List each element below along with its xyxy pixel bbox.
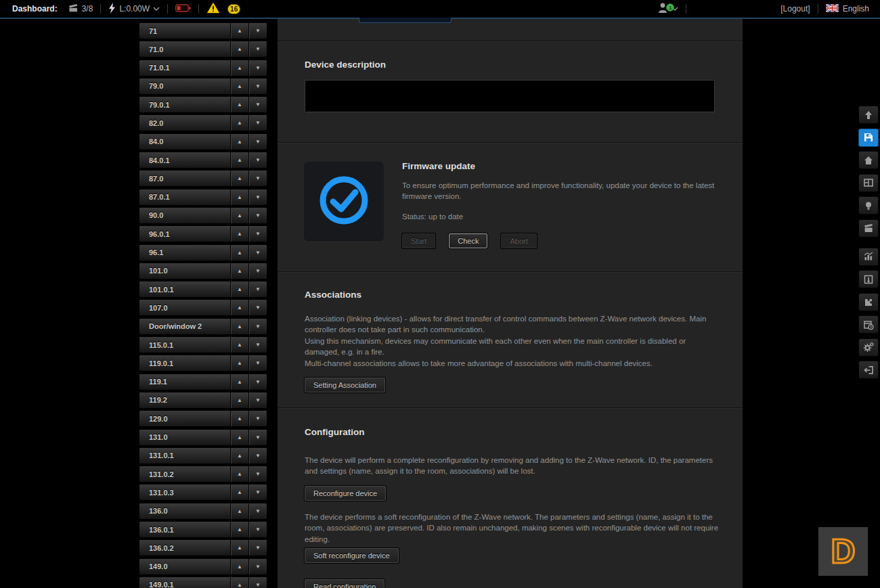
move-down-button[interactable]: ▼: [248, 23, 267, 39]
move-up-button[interactable]: ▲: [230, 41, 248, 57]
move-up-button[interactable]: ▲: [230, 559, 248, 574]
alerts-status[interactable]: 16: [206, 2, 240, 16]
device-list-item[interactable]: 131.0▲▼: [139, 429, 267, 446]
language-selector[interactable]: English: [826, 4, 869, 14]
move-up-button[interactable]: ▲: [230, 374, 248, 390]
move-down-button[interactable]: ▼: [248, 41, 267, 57]
move-up-button[interactable]: ▲: [230, 540, 248, 556]
device-list-item[interactable]: 79.0▲▼: [139, 78, 267, 95]
move-down-button[interactable]: ▼: [248, 540, 267, 556]
move-up-button[interactable]: ▲: [230, 577, 248, 588]
move-up-button[interactable]: ▲: [230, 503, 248, 519]
device-list-item[interactable]: 71.0▲▼: [139, 41, 267, 58]
toolbar-scroll-top-button[interactable]: [858, 106, 879, 124]
toolbar-save-button[interactable]: [858, 129, 879, 147]
move-up-button[interactable]: ▲: [230, 78, 248, 94]
device-list-item[interactable]: 107.0▲▼: [139, 299, 267, 316]
move-up-button[interactable]: ▲: [230, 115, 248, 131]
move-down-button[interactable]: ▼: [248, 374, 267, 390]
move-up-button[interactable]: ▲: [230, 134, 248, 150]
device-list-item[interactable]: 87.0▲▼: [139, 170, 267, 187]
move-up-button[interactable]: ▲: [230, 337, 248, 353]
device-list-item[interactable]: 82.0▲▼: [139, 114, 267, 131]
move-up-button[interactable]: ▲: [230, 171, 248, 186]
toolbar-plugins-button[interactable]: [858, 293, 879, 311]
move-up-button[interactable]: ▲: [230, 484, 248, 500]
move-down-button[interactable]: ▼: [248, 522, 267, 537]
move-up-button[interactable]: ▲: [230, 430, 248, 445]
move-up-button[interactable]: ▲: [230, 97, 248, 112]
move-down-button[interactable]: ▼: [248, 337, 267, 353]
device-list-item[interactable]: 136.0.2▲▼: [139, 539, 267, 556]
device-description-input[interactable]: [305, 80, 715, 112]
device-list-item[interactable]: 136.0▲▼: [139, 503, 267, 520]
device-list-item[interactable]: Door/window 2▲▼: [139, 318, 267, 335]
toolbar-backup-button[interactable]: [858, 270, 879, 288]
move-down-button[interactable]: ▼: [248, 171, 267, 186]
move-up-button[interactable]: ▲: [230, 281, 248, 297]
toolbar-devices-button[interactable]: [858, 196, 879, 214]
device-list-item[interactable]: 119.2▲▼: [139, 392, 267, 409]
battery-status[interactable]: [175, 4, 191, 14]
move-up-button[interactable]: ▲: [230, 466, 248, 482]
firmware-start-button[interactable]: Start: [402, 233, 435, 248]
toolbar-exit-button[interactable]: [858, 361, 879, 379]
toolbar-energy-button[interactable]: [858, 248, 879, 266]
energy-status[interactable]: L:0.00W: [108, 3, 160, 16]
firmware-abort-button[interactable]: Abort: [501, 233, 536, 248]
move-down-button[interactable]: ▼: [248, 466, 267, 482]
scenes-status[interactable]: 3/8: [68, 3, 93, 14]
device-list-item[interactable]: 131.0.1▲▼: [139, 447, 267, 464]
move-up-button[interactable]: ▲: [230, 152, 248, 168]
move-down-button[interactable]: ▼: [248, 448, 267, 463]
move-down-button[interactable]: ▼: [248, 392, 267, 408]
move-down-button[interactable]: ▼: [248, 484, 267, 500]
move-up-button[interactable]: ▲: [230, 226, 248, 242]
setting-association-button[interactable]: Setting Association: [305, 378, 385, 392]
move-down-button[interactable]: ▼: [248, 115, 267, 131]
move-down-button[interactable]: ▼: [248, 577, 267, 588]
move-up-button[interactable]: ▲: [230, 392, 248, 408]
device-list-item[interactable]: 149.0▲▼: [139, 558, 267, 575]
device-list-item[interactable]: 136.0.1▲▼: [139, 521, 267, 538]
toolbar-configuration-button[interactable]: [858, 338, 879, 357]
toolbar-panels-button[interactable]: [858, 315, 879, 334]
device-list-item[interactable]: 101.0.1▲▼: [139, 281, 267, 298]
device-list-item[interactable]: 87.0.1▲▼: [139, 189, 267, 206]
move-down-button[interactable]: ▼: [248, 208, 267, 223]
move-down-button[interactable]: ▼: [248, 189, 267, 205]
move-down-button[interactable]: ▼: [248, 78, 267, 94]
device-list-item[interactable]: 119.0.1▲▼: [139, 355, 267, 371]
move-up-button[interactable]: ▲: [230, 245, 248, 261]
device-list-item[interactable]: 71▲▼: [139, 22, 267, 39]
move-down-button[interactable]: ▼: [248, 503, 267, 519]
logout-link[interactable]: [Logout]: [780, 4, 810, 14]
move-up-button[interactable]: ▲: [230, 522, 248, 537]
move-down-button[interactable]: ▼: [248, 300, 267, 315]
toolbar-scenes-button[interactable]: [858, 219, 879, 238]
read-configuration-button[interactable]: Read configuration: [305, 579, 384, 588]
move-down-button[interactable]: ▼: [248, 226, 267, 242]
move-down-button[interactable]: ▼: [248, 245, 267, 261]
move-down-button[interactable]: ▼: [248, 263, 267, 279]
move-up-button[interactable]: ▲: [230, 208, 248, 223]
toolbar-home-button[interactable]: [858, 151, 879, 169]
toolbar-rooms-button[interactable]: [858, 174, 879, 192]
move-up-button[interactable]: ▲: [230, 300, 248, 315]
move-down-button[interactable]: ▼: [248, 319, 267, 334]
device-list-item[interactable]: 149.0.1▲▼: [139, 576, 267, 588]
device-list-item[interactable]: 129.0▲▼: [139, 410, 267, 427]
device-list-item[interactable]: 90.0▲▼: [139, 207, 267, 224]
move-down-button[interactable]: ▼: [248, 411, 267, 426]
device-list-item[interactable]: 119.1▲▼: [139, 374, 267, 390]
move-up-button[interactable]: ▲: [230, 319, 248, 334]
move-up-button[interactable]: ▲: [230, 263, 248, 279]
move-down-button[interactable]: ▼: [248, 134, 267, 150]
scrolled-button-fragment[interactable]: [359, 17, 452, 23]
user-menu[interactable]: 1: [657, 2, 678, 16]
device-list-item[interactable]: 131.0.2▲▼: [139, 466, 267, 482]
device-list-item[interactable]: 101.0▲▼: [139, 263, 267, 279]
firmware-check-button[interactable]: Check: [449, 233, 487, 248]
move-up-button[interactable]: ▲: [230, 448, 248, 463]
soft-reconfigure-device-button[interactable]: Soft reconfigure device: [305, 548, 399, 563]
